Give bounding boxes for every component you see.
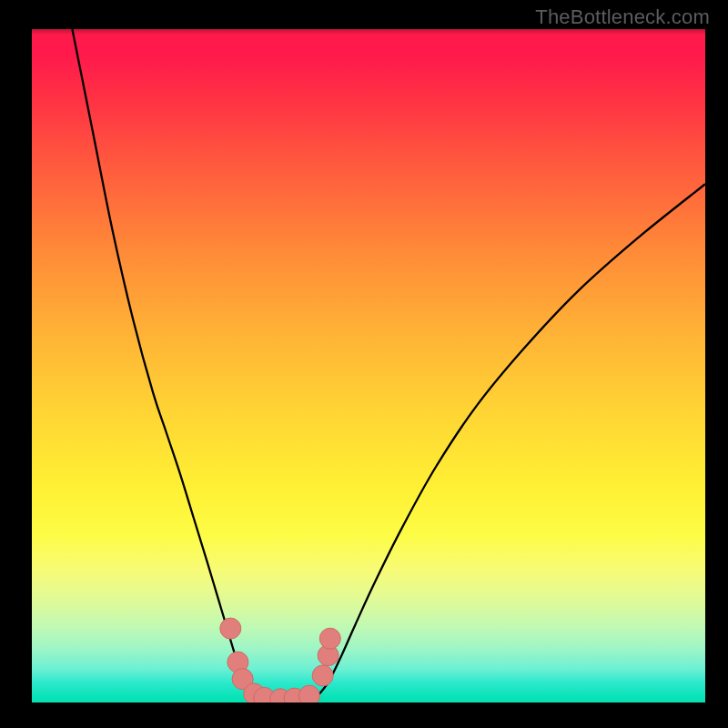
chart-svg-layer bbox=[32, 29, 705, 703]
trough-marker bbox=[298, 685, 319, 703]
trough-marker bbox=[319, 628, 340, 649]
trough-marker bbox=[220, 618, 241, 639]
right-curve-path bbox=[315, 184, 705, 699]
watermark-text: TheBottleneck.com bbox=[535, 5, 710, 29]
left-curve-path bbox=[72, 29, 264, 699]
left-curve bbox=[72, 29, 264, 699]
chart-plot-area bbox=[32, 29, 705, 703]
trough-marker bbox=[312, 665, 333, 686]
right-curve bbox=[315, 184, 705, 699]
outer-black-frame: TheBottleneck.com bbox=[0, 0, 728, 728]
